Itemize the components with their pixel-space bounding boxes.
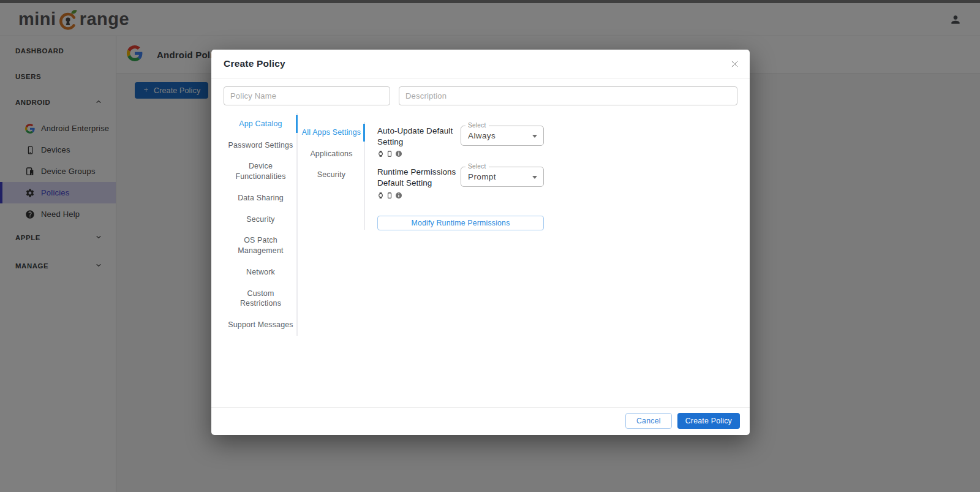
auto-update-setting-row: Auto-Update Default Setting — [377, 126, 737, 160]
modal-body: App Catalog Password Settings Device Fun… — [211, 78, 750, 407]
select-float-label: Select — [466, 163, 489, 170]
tab-data-sharing[interactable]: Data Sharing — [224, 187, 298, 209]
create-policy-modal: Create Policy App Catalog Password Setti… — [211, 50, 750, 435]
modal-create-policy-button[interactable]: Create Policy — [677, 413, 740, 429]
modify-runtime-permissions-button[interactable]: Modify Runtime Permissions — [377, 216, 544, 230]
tab-password-settings[interactable]: Password Settings — [224, 135, 298, 156]
modal-header: Create Policy — [211, 50, 750, 78]
tab-app-catalog[interactable]: App Catalog — [224, 113, 298, 135]
smartphone-icon — [386, 191, 393, 202]
policy-inputs-row — [224, 86, 737, 105]
runtime-permissions-setting-label: Runtime Permissions Default Setting — [377, 167, 461, 188]
runtime-permissions-select[interactable]: Select Prompt — [461, 167, 544, 187]
auto-update-select[interactable]: Select Always — [461, 126, 544, 146]
watch-icon — [377, 191, 384, 202]
select-float-label: Select — [466, 122, 489, 129]
subtab-security[interactable]: Security — [298, 164, 365, 186]
tab-network[interactable]: Network — [224, 262, 298, 283]
description-input[interactable] — [399, 86, 737, 105]
tab-device-functionalities[interactable]: Device Functionalities — [224, 156, 298, 187]
caret-down-icon — [532, 135, 537, 138]
modal-footer: Cancel Create Policy — [211, 407, 750, 435]
policy-category-tabs: App Catalog Password Settings Device Fun… — [224, 113, 298, 336]
caret-down-icon — [532, 176, 537, 179]
platform-icons — [377, 149, 461, 160]
info-icon[interactable] — [395, 191, 402, 202]
settings-panel: Auto-Update Default Setting — [365, 113, 737, 230]
policy-panels: App Catalog Password Settings Device Fun… — [224, 113, 737, 336]
close-icon[interactable] — [728, 57, 741, 70]
runtime-permissions-setting-row: Runtime Permissions Default Setting — [377, 167, 737, 201]
info-icon[interactable] — [395, 149, 402, 160]
subtab-all-apps-settings[interactable]: All Apps Settings — [298, 122, 365, 143]
tab-support-messages[interactable]: Support Messages — [224, 314, 298, 336]
auto-update-setting-label: Auto-Update Default Setting — [377, 126, 461, 147]
auto-update-select-value: Always — [461, 126, 543, 145]
platform-icons — [377, 191, 461, 202]
tab-os-patch-management[interactable]: OS Patch Management — [224, 230, 298, 261]
cancel-button[interactable]: Cancel — [625, 413, 672, 429]
app-catalog-subtabs: All Apps Settings Applications Security — [298, 122, 365, 230]
watch-icon — [377, 149, 384, 160]
runtime-permissions-select-value: Prompt — [461, 167, 543, 186]
modal-title: Create Policy — [224, 58, 285, 69]
subtab-applications[interactable]: Applications — [298, 143, 365, 165]
tab-custom-restrictions[interactable]: Custom Restrictions — [224, 283, 298, 314]
screen: mini range DASHBOARD USERS — [0, 0, 980, 492]
policy-name-input[interactable] — [224, 86, 390, 105]
smartphone-icon — [386, 149, 393, 160]
tab-security[interactable]: Security — [224, 209, 298, 230]
